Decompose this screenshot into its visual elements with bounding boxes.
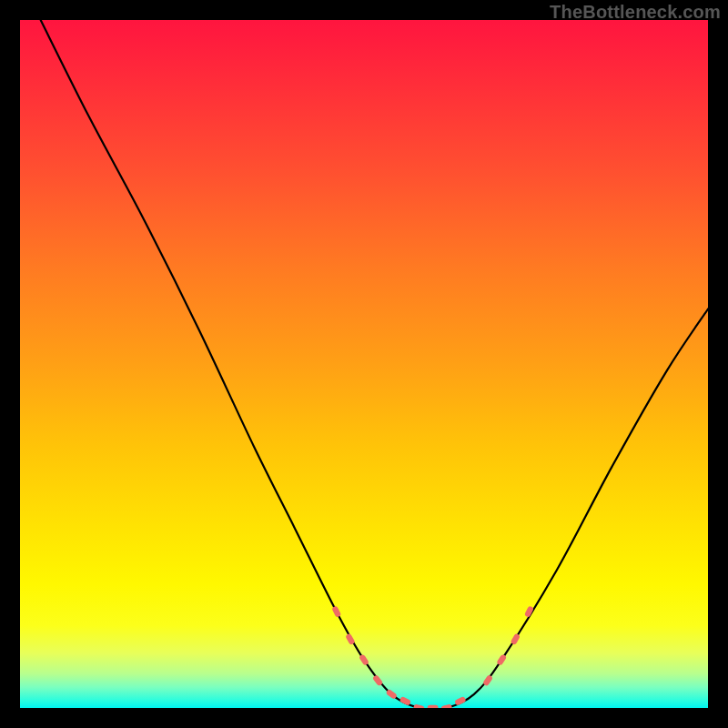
- highlight-dots-right: [482, 605, 534, 686]
- watermark-text: TheBottleneck.com: [550, 2, 721, 23]
- svg-rect-6: [413, 703, 425, 708]
- plot-area: [20, 20, 708, 708]
- svg-rect-7: [428, 705, 439, 708]
- highlight-dots-left: [331, 605, 466, 708]
- svg-rect-8: [440, 703, 452, 708]
- curve-svg: [20, 20, 708, 708]
- bottleneck-curve-path: [41, 20, 708, 708]
- svg-rect-0: [331, 605, 341, 618]
- chart-frame: TheBottleneck.com: [0, 0, 728, 728]
